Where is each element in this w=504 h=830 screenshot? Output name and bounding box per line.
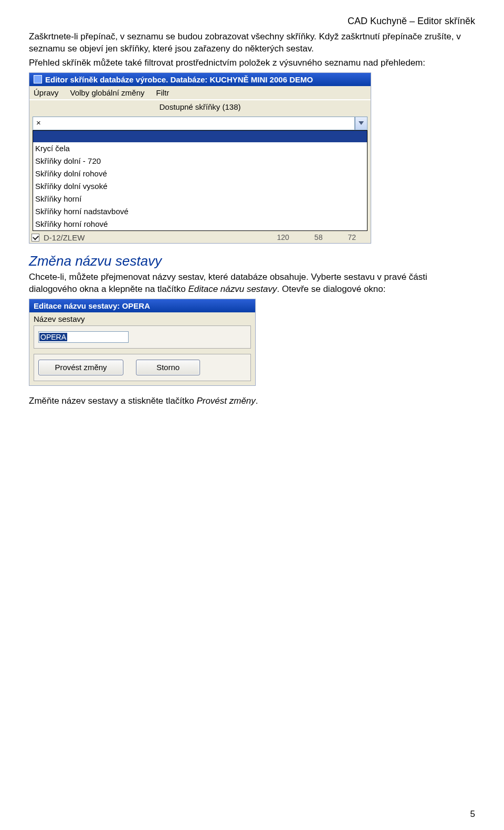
assembly-name-input[interactable]: OPERA bbox=[38, 331, 129, 343]
section-paragraph: Chcete-li, můžete přejmenovat názvy sest… bbox=[29, 271, 475, 296]
table-cell-num: 72 bbox=[348, 233, 356, 241]
menu-item-filtr[interactable]: Filtr bbox=[156, 88, 169, 97]
section-title-rename: Změna názvu sestavy bbox=[29, 253, 475, 269]
chevron-down-icon bbox=[359, 121, 364, 125]
dropdown-item[interactable]: Krycí čela bbox=[33, 142, 367, 155]
menu-item-upravy[interactable]: Úpravy bbox=[34, 88, 59, 97]
table-cell-label: D-12/ZLEW bbox=[44, 233, 85, 242]
app-window-editor: Editor skříněk databáze výrobce. Databáz… bbox=[29, 72, 371, 244]
filter-dropdown-list[interactable]: Krycí čela Skříňky dolní - 720 Skříňky d… bbox=[33, 130, 368, 231]
menu-item-volby[interactable]: Volby globální změny bbox=[70, 88, 145, 97]
dropdown-selected-blank[interactable] bbox=[33, 131, 367, 142]
intro-paragraph-2: Přehled skříněk můžete také filtrovat pr… bbox=[29, 57, 475, 69]
cancel-button[interactable]: Storno bbox=[136, 360, 200, 375]
apply-changes-button[interactable]: Provést změny bbox=[38, 360, 123, 375]
dropdown-item[interactable]: Skříňky dolní rohové bbox=[33, 167, 367, 180]
dropdown-item[interactable]: Skříňky horní rohové bbox=[33, 218, 367, 230]
app-titlebar: Editor skříněk databáze výrobce. Databáz… bbox=[29, 73, 371, 86]
table-cell-num: 120 bbox=[277, 233, 289, 241]
dropdown-item[interactable]: Skříňky horní bbox=[33, 193, 367, 205]
intro-paragraph-1: Zaškrtnete-li přepínač, v seznamu se bud… bbox=[29, 31, 475, 55]
filter-combo-value[interactable]: × bbox=[33, 117, 355, 130]
page-header: CAD Kuchyně – Editor skříněk bbox=[29, 16, 475, 27]
dialog-field-group: OPERA bbox=[34, 325, 251, 349]
dropdown-item[interactable]: Skříňky dolní vysoké bbox=[33, 180, 367, 193]
dialog-button-row: Provést změny Storno bbox=[34, 354, 251, 381]
app-icon bbox=[34, 75, 42, 83]
available-count-label: Dostupné skříňky (138) bbox=[29, 100, 371, 114]
app-title: Editor skříněk databáze výrobce. Databáz… bbox=[45, 75, 313, 84]
filter-combo[interactable]: × bbox=[33, 117, 368, 130]
checkbox-icon[interactable] bbox=[32, 234, 39, 241]
dialog-title: Editace názvu sestavy: OPERA bbox=[34, 301, 150, 310]
menubar: Úpravy Volby globální změny Filtr bbox=[29, 86, 371, 100]
dialog-titlebar: Editace názvu sestavy: OPERA bbox=[29, 299, 255, 312]
closing-paragraph: Změňte název sestavy a stiskněte tlačítk… bbox=[29, 395, 475, 407]
table-cell-num: 58 bbox=[314, 233, 323, 241]
dropdown-item[interactable]: Skříňky dolní - 720 bbox=[33, 155, 367, 167]
filter-combo-dropdown-button[interactable] bbox=[355, 117, 368, 130]
dropdown-item[interactable]: Skříňky horní nadstavbové bbox=[33, 205, 367, 218]
page-number: 5 bbox=[470, 809, 475, 820]
rename-dialog: Editace názvu sestavy: OPERA Název sesta… bbox=[29, 299, 256, 386]
assembly-name-value: OPERA bbox=[39, 333, 67, 341]
table-row: D-12/ZLEW 120 58 72 bbox=[32, 233, 369, 242]
dialog-field-label: Název sestavy bbox=[34, 314, 251, 323]
